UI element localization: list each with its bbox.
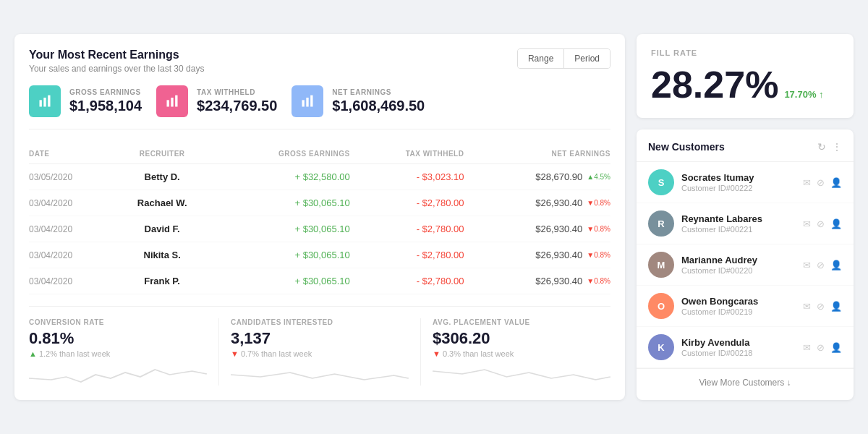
conversion-chart xyxy=(29,364,207,386)
table-row: 03/04/2020 David F. + $30,065.10 - $2,78… xyxy=(29,216,610,242)
placement-value-label: AVG. PLACEMENT VALUE xyxy=(433,318,610,326)
customer-name: Kirby Avendula xyxy=(681,337,796,348)
customer-avatar: M xyxy=(648,252,674,278)
candidates-label: CANDIDATES INTERESTED xyxy=(231,318,409,326)
col-tax: TAX WITHHELD xyxy=(350,144,464,164)
view-toggle: Range Period xyxy=(517,48,610,69)
customer-avatar: K xyxy=(648,334,674,360)
email-icon[interactable]: ✉ xyxy=(803,177,811,188)
view-more-button[interactable]: View More Customers ↓ xyxy=(637,368,854,396)
col-gross: GROSS EARNINGS xyxy=(210,144,350,164)
cell-date: 03/05/2020 xyxy=(29,164,114,190)
col-net: NET EARNINGS xyxy=(464,144,610,164)
customer-id: Customer ID#00218 xyxy=(681,349,796,357)
candidates-trend-icon: ▼ xyxy=(231,349,239,358)
customer-name: Socrates Itumay xyxy=(681,172,796,183)
net-earnings-info: NET EARNINGS $1,608,469.50 xyxy=(332,88,425,114)
customer-avatar: O xyxy=(648,293,674,319)
tax-withheld-stat: TAX WITHHELD $234,769.50 xyxy=(156,85,277,117)
cell-date: 03/04/2020 xyxy=(29,268,114,294)
table-row: 03/04/2020 Rachael W. + $30,065.10 - $2,… xyxy=(29,190,610,216)
tax-withheld-icon xyxy=(156,85,188,117)
period-button[interactable]: Period xyxy=(564,49,610,68)
block-icon[interactable]: ⊘ xyxy=(817,342,825,353)
cell-tax: - $2,780.00 xyxy=(350,242,464,268)
customer-info: Socrates Itumay Customer ID#00222 xyxy=(681,172,796,192)
placement-value-value: $306.20 xyxy=(433,329,610,348)
block-icon[interactable]: ⊘ xyxy=(817,218,825,229)
conversion-rate-sub: ▲ 1.2% than last week xyxy=(29,349,207,358)
customer-avatar: S xyxy=(648,169,674,195)
customer-action-icons: ✉ ⊘ 👤 xyxy=(803,342,842,353)
right-panel: FILL RATE 28.27% 17.70% ↑ New Customers … xyxy=(637,34,854,400)
cell-tax: - $3,023.10 xyxy=(350,164,464,190)
cell-net: $26,930.40 ▼0.8% xyxy=(464,268,610,294)
email-icon[interactable]: ✉ xyxy=(803,218,811,229)
customer-item: M Marianne Audrey Customer ID#00220 ✉ ⊘ … xyxy=(637,244,854,286)
cell-tax: - $2,780.00 xyxy=(350,190,464,216)
person-icon[interactable]: 👤 xyxy=(830,342,842,353)
cell-date: 03/04/2020 xyxy=(29,216,114,242)
cell-date: 03/04/2020 xyxy=(29,190,114,216)
net-earnings-stat: NET EARNINGS $1,608,469.50 xyxy=(292,85,425,117)
placement-value-sub: ▼ 0.3% than last week xyxy=(433,349,610,358)
range-button[interactable]: Range xyxy=(518,49,564,68)
new-customers-title: New Customers xyxy=(648,141,725,153)
bottom-stats: CONVERSION RATE 0.81% ▲ 1.2% than last w… xyxy=(29,306,610,386)
svg-rect-2 xyxy=(48,95,50,107)
customer-item: S Socrates Itumay Customer ID#00222 ✉ ⊘ … xyxy=(637,162,854,203)
svg-rect-7 xyxy=(307,98,309,107)
customer-name: Reynante Labares xyxy=(681,213,796,224)
header-text: Your Most Recent Earnings Your sales and… xyxy=(29,48,204,74)
block-icon[interactable]: ⊘ xyxy=(817,301,825,312)
fill-rate-display: 28.27% 17.70% ↑ xyxy=(651,66,839,103)
email-icon[interactable]: ✉ xyxy=(803,342,811,353)
customer-id: Customer ID#00222 xyxy=(681,184,796,192)
cell-net: $26,930.40 ▼0.8% xyxy=(464,216,610,242)
candidates-sub: ▼ 0.7% than last week xyxy=(231,349,409,358)
gross-earnings-info: GROSS EARNINGS $1,958,104 xyxy=(69,88,142,114)
person-icon[interactable]: 👤 xyxy=(830,260,842,271)
refresh-icon[interactable]: ↻ xyxy=(817,141,826,153)
net-earnings-icon xyxy=(292,85,323,117)
stats-row: GROSS EARNINGS $1,958,104 TAX WITHHELD $… xyxy=(29,85,610,129)
svg-rect-3 xyxy=(167,100,169,106)
email-icon[interactable]: ✉ xyxy=(803,260,811,271)
svg-rect-0 xyxy=(40,100,42,106)
cell-gross: + $30,065.10 xyxy=(210,242,350,268)
table-row: 03/04/2020 Nikita S. + $30,065.10 - $2,7… xyxy=(29,242,610,268)
gross-earnings-value: $1,958,104 xyxy=(69,98,142,114)
customer-action-icons: ✉ ⊘ 👤 xyxy=(803,177,842,188)
svg-rect-6 xyxy=(302,100,305,106)
new-customers-card: New Customers ↻ ⋮ S Socrates Itumay Cust… xyxy=(637,129,854,400)
candidates-value: 3,137 xyxy=(231,329,409,348)
conversion-trend-icon: ▲ xyxy=(29,349,37,358)
customer-action-icons: ✉ ⊘ 👤 xyxy=(803,260,842,271)
table-row: 03/04/2020 Frank P. + $30,065.10 - $2,78… xyxy=(29,268,610,294)
customer-item: R Reynante Labares Customer ID#00221 ✉ ⊘… xyxy=(637,203,854,244)
svg-rect-4 xyxy=(171,98,173,107)
person-icon[interactable]: 👤 xyxy=(830,218,842,229)
customer-action-icons: ✉ ⊘ 👤 xyxy=(803,301,842,312)
person-icon[interactable]: 👤 xyxy=(830,301,842,312)
more-icon[interactable]: ⋮ xyxy=(832,141,842,153)
customer-info: Owen Bongcaras Customer ID#00219 xyxy=(681,296,796,316)
cell-recruiter: Rachael W. xyxy=(114,190,210,216)
svg-rect-5 xyxy=(175,95,177,107)
table-row: 03/05/2020 Betty D. + $32,580.00 - $3,02… xyxy=(29,164,610,190)
fill-rate-value: 28.27% xyxy=(651,66,778,103)
cell-tax: - $2,780.00 xyxy=(350,268,464,294)
candidates-stat: CANDIDATES INTERESTED 3,137 ▼ 0.7% than … xyxy=(231,318,421,386)
block-icon[interactable]: ⊘ xyxy=(817,260,825,271)
customer-avatar: R xyxy=(648,210,674,237)
tax-withheld-value: $234,769.50 xyxy=(197,98,277,114)
email-icon[interactable]: ✉ xyxy=(803,301,811,312)
new-customers-header: New Customers ↻ ⋮ xyxy=(637,129,854,162)
block-icon[interactable]: ⊘ xyxy=(817,177,825,188)
person-icon[interactable]: 👤 xyxy=(830,177,842,188)
cell-gross: + $30,065.10 xyxy=(210,268,350,294)
customers-list: S Socrates Itumay Customer ID#00222 ✉ ⊘ … xyxy=(637,162,854,368)
conversion-rate-label: CONVERSION RATE xyxy=(29,318,207,326)
cell-gross: + $32,580.00 xyxy=(210,164,350,190)
candidates-suffix: than last week xyxy=(261,349,312,358)
